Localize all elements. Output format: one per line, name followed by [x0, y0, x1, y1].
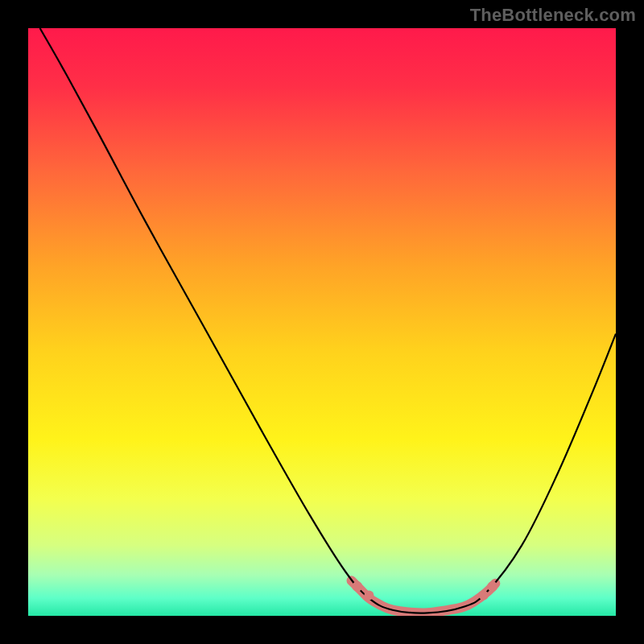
highlight-marker [352, 581, 362, 592]
watermark-text: TheBottleneck.com [470, 5, 636, 26]
highlight-marker [364, 590, 374, 600]
chart-svg [28, 28, 616, 616]
chart-root: TheBottleneck.com [0, 0, 644, 644]
gradient-background [28, 28, 616, 616]
highlight-marker [479, 590, 489, 600]
highlight-marker [487, 581, 497, 592]
plot-area [28, 28, 616, 616]
